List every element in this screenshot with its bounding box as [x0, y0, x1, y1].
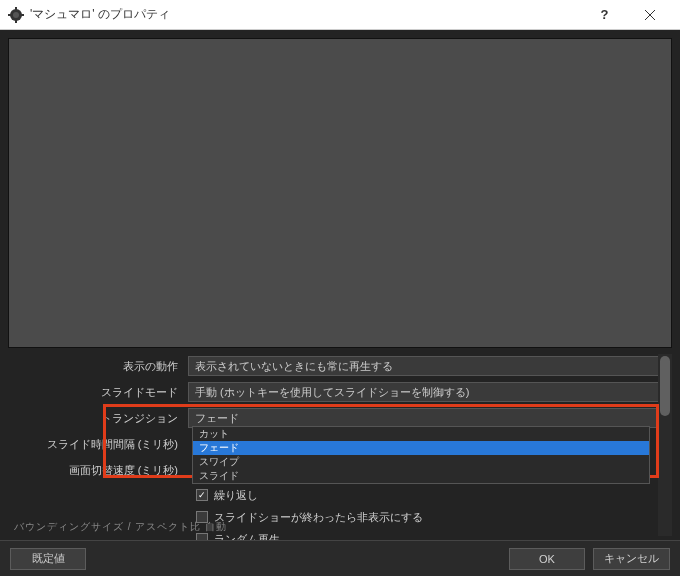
- transition-option-slide[interactable]: スライド: [193, 469, 649, 483]
- transition-option-swipe[interactable]: スワイプ: [193, 455, 649, 469]
- app-icon: [8, 7, 24, 23]
- label-transition: トランジション: [8, 411, 188, 426]
- svg-rect-2: [15, 7, 17, 10]
- transition-option-fade[interactable]: フェード: [193, 441, 649, 455]
- label-switch-speed: 画面切替速度 (ミリ秒): [8, 463, 188, 478]
- client-area: 表示の動作 表示されていないときにも常に再生する ▴▾ スライドモード 手動 (…: [0, 30, 680, 576]
- svg-rect-5: [21, 14, 24, 16]
- svg-rect-4: [8, 14, 11, 16]
- window-title: 'マシュマロ' のプロパティ: [30, 6, 582, 23]
- preview-area: [8, 38, 672, 348]
- transition-option-cut[interactable]: カット: [193, 427, 649, 441]
- value-slide-mode: 手動 (ホットキーを使用してスライドショーを制御する): [195, 385, 469, 400]
- svg-point-1: [13, 12, 19, 18]
- value-transition: フェード: [195, 411, 239, 426]
- value-display-behavior: 表示されていないときにも常に再生する: [195, 359, 393, 374]
- ok-button[interactable]: OK: [509, 548, 585, 570]
- select-display-behavior[interactable]: 表示されていないときにも常に再生する ▴▾: [188, 356, 672, 376]
- label-loop: 繰り返し: [214, 488, 258, 503]
- transition-dropdown-menu[interactable]: カット フェード スワイプ スライド: [192, 426, 650, 484]
- checkbox-loop[interactable]: ✓: [196, 489, 208, 501]
- defaults-button[interactable]: 既定値: [10, 548, 86, 570]
- scrollbar-thumb[interactable]: [660, 356, 670, 416]
- properties-panel: 表示の動作 表示されていないときにも常に再生する ▴▾ スライドモード 手動 (…: [8, 354, 672, 536]
- label-display-behavior: 表示の動作: [8, 359, 188, 374]
- label-bounding-cutoff: バウンディングサイズ / アスペクト比 自動: [14, 520, 227, 534]
- cancel-button[interactable]: キャンセル: [593, 548, 670, 570]
- row-display-behavior: 表示の動作 表示されていないときにも常に再生する ▴▾: [8, 354, 672, 378]
- label-slide-interval: スライド時間間隔 (ミリ秒): [8, 437, 188, 452]
- label-hide-after: スライドショーが終わったら非表示にする: [214, 510, 423, 525]
- button-bar: 既定値 OK キャンセル: [0, 540, 680, 576]
- help-button[interactable]: ?: [582, 0, 627, 30]
- close-button[interactable]: [627, 0, 672, 30]
- properties-scrollbar[interactable]: [658, 354, 672, 536]
- select-transition[interactable]: フェード ▴▾: [188, 408, 672, 428]
- label-slide-mode: スライドモード: [8, 385, 188, 400]
- select-slide-mode[interactable]: 手動 (ホットキーを使用してスライドショーを制御する) ▴▾: [188, 382, 672, 402]
- row-slide-mode: スライドモード 手動 (ホットキーを使用してスライドショーを制御する) ▴▾: [8, 380, 672, 404]
- title-bar: 'マシュマロ' のプロパティ ?: [0, 0, 680, 30]
- row-loop: ✓ 繰り返し: [8, 484, 672, 506]
- svg-rect-3: [15, 20, 17, 23]
